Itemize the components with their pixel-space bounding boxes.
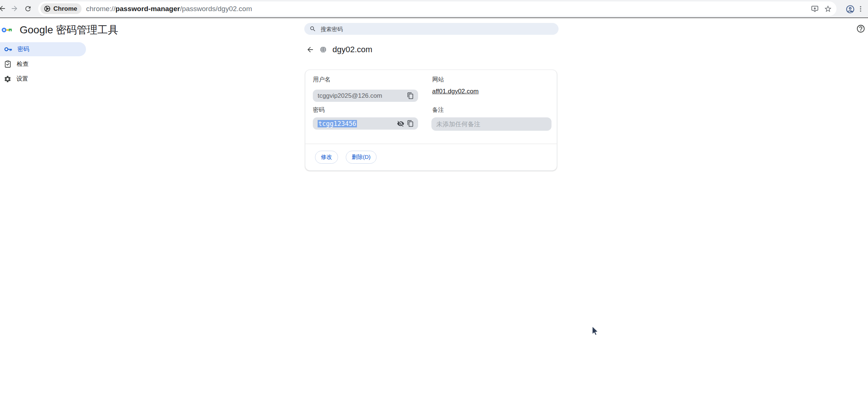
help-icon <box>856 24 865 33</box>
hide-password-button[interactable] <box>396 119 405 128</box>
password-manager-key-logo-icon <box>1 27 13 33</box>
gear-icon <box>4 75 11 83</box>
password-detail-card: 用户名 tcggvip2025@126.com 网站 aff01.dgy02.c… <box>305 70 557 171</box>
search-input[interactable] <box>320 26 553 33</box>
detail-header: dgy02.com <box>305 44 372 55</box>
app-header: Google 密码管理工具 <box>1 24 118 36</box>
website-link[interactable]: aff01.dgy02.com <box>432 88 478 95</box>
password-label: 密码 <box>313 106 325 114</box>
star-icon <box>824 5 832 13</box>
website-label: 网站 <box>432 76 444 84</box>
chromium-logo-icon <box>44 5 51 12</box>
chip-label: Chrome <box>53 5 77 13</box>
edit-button[interactable]: 修改 <box>315 151 338 164</box>
search-icon <box>309 26 316 32</box>
password-value: tcgg123456 <box>318 120 396 127</box>
help-button[interactable] <box>855 23 866 34</box>
reload-icon <box>24 5 32 13</box>
browser-back-button[interactable] <box>0 3 8 14</box>
sidebar-item-settings[interactable]: 设置 <box>0 72 86 86</box>
delete-button[interactable]: 删除(D) <box>346 151 377 164</box>
forward-icon <box>10 4 19 13</box>
sidebar-item-checkup[interactable]: 检查 <box>0 57 86 71</box>
back-arrow-icon <box>306 46 314 54</box>
mouse-cursor <box>592 326 600 338</box>
password-field[interactable]: tcgg123456 <box>313 117 418 130</box>
url-text: chrome://password-manager/passwords/dgy0… <box>86 5 252 13</box>
site-globe-icon <box>319 46 327 53</box>
username-value: tcggvip2025@126.com <box>318 92 405 100</box>
username-label: 用户名 <box>313 76 331 84</box>
browser-forward-button[interactable] <box>9 3 20 14</box>
card-divider <box>305 144 557 144</box>
note-placeholder: 未添加任何备注 <box>436 120 480 128</box>
sidebar-item-label: 检查 <box>17 60 29 68</box>
profile-avatar-button[interactable] <box>845 4 856 15</box>
note-field[interactable]: 未添加任何备注 <box>431 117 551 131</box>
username-field[interactable]: tcggvip2025@126.com <box>313 90 418 102</box>
note-label: 备注 <box>432 106 444 114</box>
sidebar-item-passwords[interactable]: 密码 <box>0 42 86 56</box>
cursor-arrow-icon <box>592 326 600 337</box>
browser-toolbar: Chrome chrome://password-manager/passwor… <box>0 0 868 17</box>
checkup-clipboard-icon <box>4 60 12 68</box>
chrome-origin-chip[interactable]: Chrome <box>40 3 82 14</box>
page-title: dgy02.com <box>332 45 372 54</box>
sidebar-item-label: 密码 <box>17 46 29 53</box>
app-title: Google 密码管理工具 <box>20 23 118 37</box>
password-selected-text: tcgg123456 <box>318 120 357 127</box>
bookmark-star-button[interactable] <box>824 5 832 13</box>
key-icon <box>4 45 13 54</box>
visibility-off-icon <box>397 120 404 127</box>
install-app-button[interactable] <box>811 5 819 13</box>
copy-icon <box>407 92 414 99</box>
copy-icon <box>407 120 414 127</box>
password-search-bar[interactable] <box>304 23 559 35</box>
back-icon <box>0 4 6 13</box>
three-dot-menu-icon <box>857 5 864 13</box>
toolbar-divider <box>0 17 868 18</box>
install-desktop-icon <box>811 5 819 13</box>
copy-username-button[interactable] <box>405 91 415 101</box>
avatar-icon <box>845 4 855 14</box>
omnibox-url-bar[interactable]: Chrome chrome://password-manager/passwor… <box>38 1 836 16</box>
browser-reload-button[interactable] <box>22 3 33 14</box>
sidebar-item-label: 设置 <box>16 75 28 83</box>
copy-password-button[interactable] <box>405 119 415 128</box>
detail-back-button[interactable] <box>305 44 316 55</box>
browser-menu-button[interactable] <box>855 3 866 14</box>
